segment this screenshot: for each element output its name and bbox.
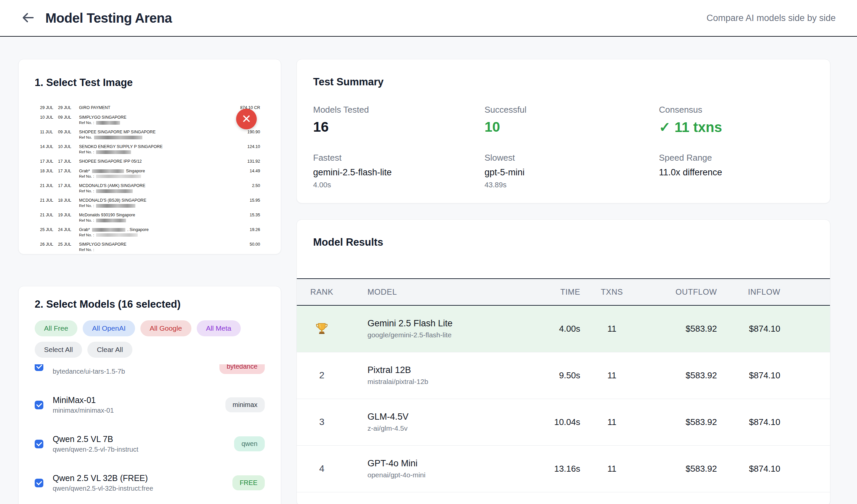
statement-row: 18 JUL17 JULGrab*SingaporeRef No. :14.49 — [40, 169, 260, 178]
statement-description-text: MCDONALD'S (BSJ8) SINGAPORE — [79, 198, 146, 203]
rank-cell: 4 — [297, 445, 347, 492]
rank-number: 2 — [319, 370, 324, 380]
statement-row: 26 JUL25 JULSIMPLYGO SINGAPORERef No. :5… — [40, 242, 260, 252]
outflow-cell: $583.92 — [643, 352, 717, 399]
model-list-item[interactable]: MiniMax-01minimax/minimax-01minimax — [35, 385, 265, 424]
main-content: 1. Select Test Image 29 JUL29 JULGIRO PA… — [0, 37, 857, 504]
inflow-cell: $874.10 — [717, 399, 780, 445]
model-list-item[interactable]: Qwen 2.5 VL 7Bqwen/qwen-2.5-vl-7b-instru… — [35, 424, 265, 463]
redacted-text-block — [96, 175, 141, 178]
stat-value: 10 — [485, 119, 659, 135]
model-cell: GPT-4o Miniopenai/gpt-4o-mini — [347, 445, 504, 492]
statement-ref-label: Ref No. : — [79, 150, 94, 154]
column-header-txns: TXNS — [580, 279, 643, 305]
statement-description: Grab*Singapore — [79, 169, 233, 173]
redacted-text-block — [96, 233, 138, 237]
statement-description: SENOKO ENERGY SUPPLY P SINGAPORE — [79, 144, 233, 149]
statement-row: 29 JUL29 JULGIRO PAYMENT874.10 CR — [40, 105, 260, 110]
stat-consensus: Consensus ✓ 11 txns — [659, 105, 814, 135]
statement-ref: Ref No. : — [79, 174, 233, 178]
statement-date: 25 JUL — [40, 227, 58, 237]
filter-chip-clear-all[interactable]: Clear All — [87, 342, 132, 358]
statement-ref: Ref No. : — [79, 233, 233, 237]
filter-chip-select-all[interactable]: Select All — [35, 342, 82, 358]
model-checkbox[interactable] — [35, 440, 43, 448]
model-title: Qwen 2.5 VL 7B — [53, 434, 234, 444]
select-models-card: 2. Select Models (16 selected) All FreeA… — [18, 286, 281, 504]
statement-row: 11 JUL09 JULSHOPEE SINGAPORE MP SINGAPOR… — [40, 130, 260, 139]
stat-value: 16 — [313, 119, 485, 135]
select-image-title: 1. Select Test Image — [35, 77, 265, 89]
txns-cell: 11 — [580, 445, 643, 492]
arrow-left-icon — [21, 12, 35, 25]
statement-description-text: SHOPEE SINGAPORE MP SINGAPORE — [79, 130, 156, 134]
statement-detail: SHOPEE SINGAPORE IPP 05/12 — [79, 159, 233, 164]
result-model-slug: google/gemini-2.5-flash-lite — [368, 331, 504, 339]
txns-cell: 11 — [580, 352, 643, 399]
statement-date: 17 JUL — [58, 183, 79, 193]
rank-cell: 2 — [297, 352, 347, 399]
inflow-cell: $874.10 — [717, 445, 780, 492]
model-checkbox[interactable] — [35, 364, 43, 371]
spacer-cell — [780, 352, 830, 399]
statement-description-text: SHOPEE SINGAPORE IPP 05/12 — [79, 159, 142, 164]
redacted-text-block — [92, 169, 124, 173]
time-cell: 9.50s — [504, 352, 580, 399]
statement-description: SHOPEE SINGAPORE IPP 05/12 — [79, 159, 233, 164]
statement-description-text: GIRO PAYMENT — [79, 105, 111, 110]
stat-label: Speed Range — [659, 153, 814, 163]
result-model-slug: openai/gpt-4o-mini — [368, 471, 504, 479]
model-cell: Gemini 2.5 Flash Litegoogle/gemini-2.5-f… — [347, 305, 504, 352]
statement-ref: Ref No. : — [79, 189, 233, 193]
stat-label: Models Tested — [313, 105, 485, 115]
statement-ref-label: Ref No. — [79, 135, 92, 139]
stat-label: Fastest — [313, 153, 485, 163]
statement-amount: 15.95 — [233, 198, 260, 208]
statement-ref: Ref No. : — [79, 150, 233, 154]
statement-date: 26 JUL — [40, 242, 58, 252]
model-slug: minimax/minimax-01 — [53, 407, 225, 414]
statement-detail: SENOKO ENERGY SUPPLY P SINGAPORERef No. … — [79, 144, 233, 154]
redacted-text-block — [96, 121, 120, 125]
stat-models-tested: Models Tested 16 — [313, 105, 485, 135]
filter-chip-all-google[interactable]: All Google — [140, 320, 191, 336]
remove-image-button[interactable] — [236, 109, 257, 129]
model-title: MiniMax-01 — [53, 395, 225, 405]
back-button[interactable] — [19, 9, 37, 27]
stat-slowest: Slowest gpt-5-mini 43.89s — [485, 153, 659, 189]
column-header-time: TIME — [504, 279, 580, 305]
outflow-cell: $583.92 — [643, 305, 717, 352]
statement-date: 17 JUL — [58, 169, 79, 178]
model-results-card: Model Results RANKMODELTIMETXNSOUTFLOWIN… — [297, 219, 830, 504]
stat-successful: Successful 10 — [485, 105, 659, 135]
statement-date: 29 JUL — [58, 105, 79, 110]
models-list[interactable]: bytedance/ui-tars-1.5-7bbytedanceMiniMax… — [35, 364, 265, 504]
statement-amount: 50.00 — [233, 242, 260, 252]
txns-cell: 11 — [580, 305, 643, 352]
statement-ref: Ref No. : — [79, 121, 233, 125]
result-model-name: Gemini 2.5 Flash Lite — [368, 318, 504, 329]
statement-description-text: SIMPLYGO SINGAPORE — [79, 242, 127, 247]
statement-date: 29 JUL — [40, 105, 58, 110]
statement-amount: 15.35 — [233, 213, 260, 222]
model-list-item[interactable]: bytedance/ui-tars-1.5-7bbytedance — [35, 364, 265, 385]
model-list-item[interactable]: Qwen 2.5 VL 32B (FREE)qwen/qwen2.5-vl-32… — [35, 463, 265, 502]
rank-cell: 3 — [297, 399, 347, 445]
statement-detail: MCDONALD'S (AMK) SINGAPORERef No. : — [79, 183, 233, 193]
result-model-name: Pixtral 12B — [368, 365, 504, 375]
statement-description-text: Grab* — [79, 227, 90, 232]
statement-description: Grab*. Singapore — [79, 227, 233, 232]
model-checkbox[interactable] — [35, 401, 43, 409]
statement-description-text: SENOKO ENERGY SUPPLY P SINGAPORE — [79, 144, 163, 149]
summary-stats: Models Tested 16 Successful 10 Consensus… — [313, 105, 814, 189]
spacer-cell — [780, 305, 830, 352]
txns-cell: 11 — [580, 399, 643, 445]
model-slug: qwen/qwen2.5-vl-32b-instruct:free — [53, 485, 232, 492]
filter-chip-all-meta[interactable]: All Meta — [197, 320, 241, 336]
filter-chip-all-free[interactable]: All Free — [35, 320, 77, 336]
statement-amount: 190.90 — [233, 130, 260, 139]
model-checkbox[interactable] — [35, 479, 43, 487]
statement-amount: 14.49 — [233, 169, 260, 178]
filter-chip-all-openai[interactable]: All OpenAI — [83, 320, 135, 336]
statement-description: McDonalds 930190 Singapore — [79, 213, 233, 217]
